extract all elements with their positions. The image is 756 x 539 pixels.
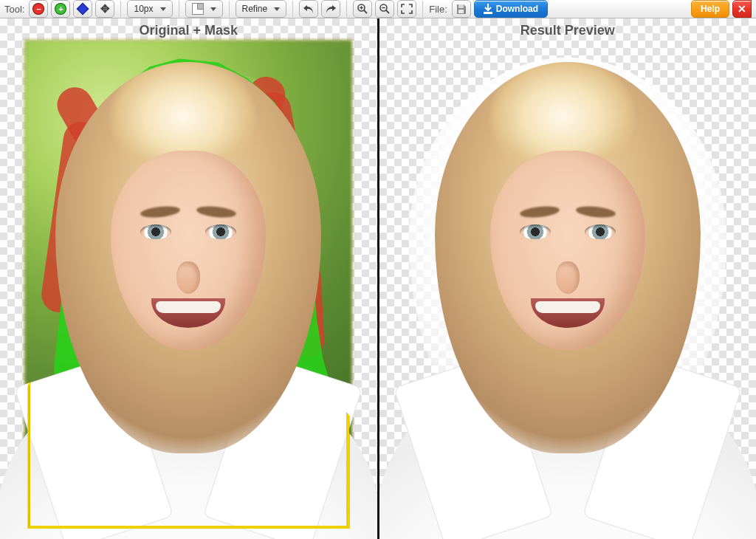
zoom-in-button[interactable] [353, 0, 372, 18]
redo-icon [325, 4, 337, 14]
brush-size-dropdown[interactable]: 10px [127, 0, 172, 18]
teeth [535, 301, 600, 313]
svg-line-5 [386, 10, 389, 13]
chevron-down-icon [210, 7, 216, 11]
help-button[interactable]: Help [691, 0, 729, 18]
eyebrow [519, 205, 560, 219]
separator [422, 1, 423, 17]
separator [292, 1, 293, 17]
zoom-in-icon [357, 3, 368, 15]
separator [120, 1, 121, 17]
tool-edge-button[interactable] [73, 0, 92, 18]
close-button[interactable]: ✕ [732, 0, 752, 18]
nose [556, 261, 580, 294]
result-canvas[interactable] [396, 40, 740, 532]
save-button[interactable] [452, 0, 471, 18]
move-icon: ✥ [100, 2, 110, 16]
svg-line-1 [364, 10, 367, 13]
toolbar: Tool: – + ✥ 10px Refine [0, 0, 756, 18]
separator [179, 1, 179, 17]
zoom-fit-button[interactable] [397, 0, 416, 18]
help-label: Help [701, 4, 720, 14]
eye [585, 224, 616, 239]
refine-dropdown[interactable]: Refine [236, 0, 287, 18]
refine-label: Refine [242, 4, 268, 14]
tool-remove-button[interactable]: – [29, 0, 48, 18]
original-mask-title: Original + Mask [0, 18, 377, 40]
diamond-icon [78, 4, 88, 14]
tool-keep-button[interactable]: + [51, 0, 70, 18]
original-mask-panel: Original + Mask [0, 18, 377, 539]
brush-size-value: 10px [134, 4, 153, 14]
plus-circle-icon: + [55, 4, 66, 14]
mouth [531, 298, 605, 328]
download-button[interactable]: Download [474, 0, 548, 18]
separator [229, 1, 230, 17]
undo-icon [303, 4, 315, 14]
result-preview-title: Result Preview [379, 18, 757, 40]
tool-pan-button[interactable]: ✥ [95, 0, 114, 18]
work-area: Original + Mask [0, 18, 756, 539]
tool-label: Tool: [4, 4, 24, 15]
zoom-out-button[interactable] [375, 0, 394, 18]
svg-rect-8 [458, 10, 464, 13]
chevron-down-icon [274, 7, 280, 11]
original-canvas[interactable] [24, 40, 352, 532]
eyebrow [575, 205, 616, 219]
fit-screen-icon [401, 4, 413, 14]
result-preview-panel: Result Preview [379, 18, 757, 539]
download-label: Download [496, 4, 538, 14]
download-icon [484, 4, 492, 14]
minus-circle-icon: – [33, 4, 44, 14]
undo-button[interactable] [299, 0, 318, 18]
redo-button[interactable] [321, 0, 340, 18]
file-label: File: [429, 4, 447, 15]
original-canvas-wrap [0, 40, 377, 539]
zoom-out-icon [379, 3, 391, 15]
color-swatch-icon [192, 3, 204, 15]
separator [346, 1, 347, 17]
chevron-down-icon [160, 7, 166, 11]
portrait-illustration [383, 62, 752, 539]
background-color-dropdown[interactable] [185, 0, 223, 18]
save-icon [456, 4, 467, 15]
svg-rect-7 [458, 4, 464, 8]
result-canvas-wrap [379, 40, 757, 539]
close-icon: ✕ [738, 3, 746, 15]
eye [520, 224, 551, 239]
